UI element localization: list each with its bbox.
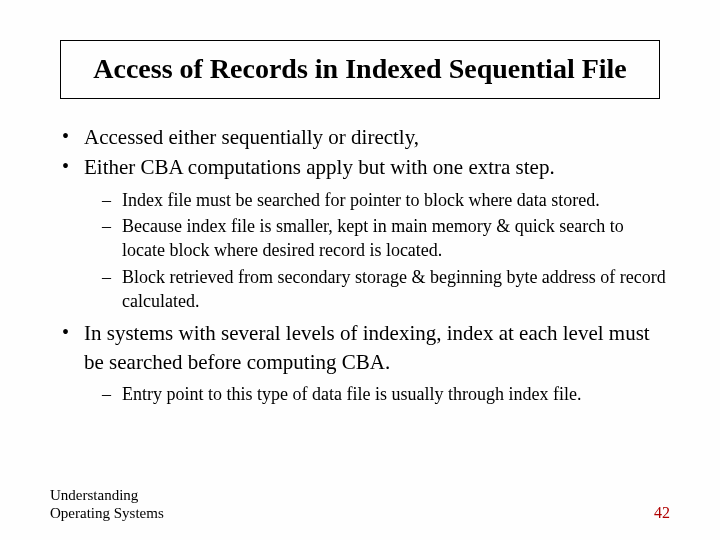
footer: Understanding Operating Systems 42 [50,486,670,522]
sub-bullet-item: Entry point to this type of data file is… [102,382,670,406]
sub-bullet-item: Index file must be searched for pointer … [102,188,670,212]
bullet-item: In systems with several levels of indexi… [60,319,670,406]
footer-source: Understanding Operating Systems [50,486,164,522]
sub-bullet-list: Index file must be searched for pointer … [84,188,670,313]
sub-bullet-item: Because index file is smaller, kept in m… [102,214,670,263]
sub-bullet-item: Block retrieved from secondary storage &… [102,265,670,314]
title-box: Access of Records in Indexed Sequential … [60,40,660,99]
main-bullet-list: Accessed either sequentially or directly… [50,123,670,406]
bullet-item: Accessed either sequentially or directly… [60,123,670,151]
footer-line: Operating Systems [50,505,164,521]
bullet-item: Either CBA computations apply but with o… [60,153,670,313]
bullet-text: In systems with several levels of indexi… [84,321,650,373]
bullet-text: Either CBA computations apply but with o… [84,155,555,179]
page-number: 42 [654,504,670,522]
footer-line: Understanding [50,487,138,503]
slide-title: Access of Records in Indexed Sequential … [81,51,639,86]
sub-bullet-list: Entry point to this type of data file is… [84,382,670,406]
